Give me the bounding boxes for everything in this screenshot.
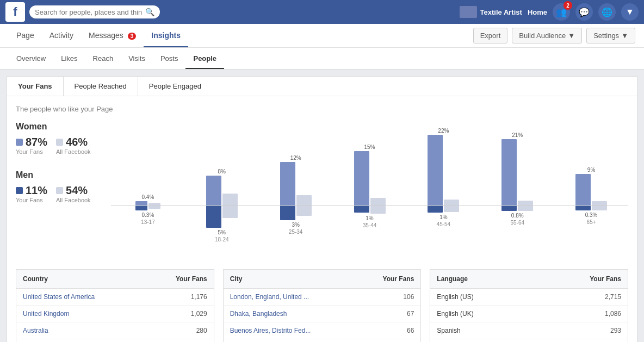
tab-visits[interactable]: Visits <box>121 49 153 69</box>
table-row: French (France) 161 <box>430 339 628 343</box>
language-fans-header: Your Fans <box>543 270 628 289</box>
chevron-down-icon: ▼ <box>621 32 628 40</box>
subtab-people-reached[interactable]: People Reached <box>64 77 138 96</box>
men-col-1824: 5% 18-24 <box>185 206 259 242</box>
city-cell[interactable]: Tehran, Iran <box>224 339 357 343</box>
women-fans-stat: 87% Your Fans <box>16 136 47 155</box>
city-table: City Your Fans London, England, United .… <box>223 269 422 342</box>
city-cell[interactable]: London, England, United ... <box>224 289 357 306</box>
tab-posts[interactable]: Posts <box>153 49 186 69</box>
main-content: Your Fans People Reached People Engaged … <box>0 70 644 342</box>
fans-cell: 66 <box>357 322 421 339</box>
chart-area: Women 87% Your Fans <box>16 122 628 260</box>
w-top-1317: 0.4% <box>142 194 154 200</box>
age-label-3544: 35-44 <box>363 222 377 228</box>
page-thumbnail[interactable]: Textile Artist <box>460 6 522 18</box>
country-cell[interactable]: Australia <box>16 322 146 339</box>
chevron-down-icon: ▼ <box>626 7 634 17</box>
tab-page[interactable]: Page <box>9 24 42 47</box>
chart-legend: Women 87% Your Fans <box>16 122 111 260</box>
fans-cell: 1,029 <box>146 306 214 322</box>
settings-button[interactable]: Settings ▼ <box>586 28 635 43</box>
fans-cell: 1,176 <box>146 289 214 306</box>
m-fan-bar-4554 <box>428 206 443 213</box>
chart-panel: The people who like your Page Women 87% <box>7 96 637 342</box>
table-row: Dhaka, Bangladesh 67 <box>224 306 421 322</box>
w-all-bar-2534 <box>296 195 312 206</box>
w-fan-bar-3544 <box>354 151 369 206</box>
fans-cell: 1,086 <box>543 306 628 322</box>
tab-overview[interactable]: Overview <box>9 49 53 69</box>
age-col-2534: 12% <box>259 122 333 206</box>
country-cell[interactable]: United States of America <box>16 289 146 306</box>
m-bot-1317: 0.3% <box>142 212 154 218</box>
women-all-stat: 46% All Facebook <box>56 136 91 155</box>
country-fans-header: Your Fans <box>146 270 214 289</box>
build-audience-button[interactable]: Build Audience ▼ <box>512 28 582 43</box>
city-cell[interactable]: Buenos Aires, Distrito Fed... <box>224 322 357 339</box>
age-label-1317: 13-17 <box>141 219 155 225</box>
w-fan-bar-2534 <box>280 162 295 206</box>
tab-likes[interactable]: Likes <box>53 49 85 69</box>
chevron-down-icon: ▼ <box>568 32 575 40</box>
m-bot-65plus: 0.3% <box>585 212 598 218</box>
m-fan-bar-1824 <box>206 206 221 228</box>
age-label-4554: 45-54 <box>437 221 451 227</box>
m-all-bar-1317 <box>148 206 160 209</box>
age-label-2534: 25-34 <box>289 229 303 235</box>
search-icon: 🔍 <box>145 8 154 16</box>
language-table: Language Your Fans English (US) 2,715 En… <box>430 269 628 342</box>
country-cell[interactable]: Canada <box>16 339 146 343</box>
m-bot-5564: 0.8% <box>511 213 524 219</box>
m-bot-1824: 5% <box>218 229 226 235</box>
friends-icon-button[interactable]: 👥 2 <box>553 3 570 21</box>
tab-activity[interactable]: Activity <box>42 24 81 47</box>
m-all-bar-4554 <box>444 206 459 212</box>
age-label-5564: 55-64 <box>510 220 524 226</box>
women-all-color <box>56 139 63 146</box>
tab-messages[interactable]: Messages 3 <box>81 24 144 47</box>
age-label-1824: 18-24 <box>215 237 229 242</box>
table-row: English (US) 2,715 <box>430 289 628 306</box>
fans-cell: 252 <box>146 339 214 343</box>
w-top-5564: 21% <box>512 132 523 138</box>
table-row: English (UK) 1,086 <box>430 306 628 322</box>
messages-icon-button[interactable]: 💬 <box>575 3 593 21</box>
fans-cell: 65 <box>357 339 421 343</box>
tab-insights[interactable]: Insights <box>144 24 188 47</box>
m-bot-2534: 3% <box>292 222 299 228</box>
tab-people[interactable]: People <box>185 49 224 69</box>
table-row: Canada 252 <box>16 339 214 343</box>
chart-subtitle: The people who like your Page <box>16 105 628 113</box>
export-button[interactable]: Export <box>473 28 508 43</box>
w-fan-bar-65plus <box>575 174 591 206</box>
women-fans-label: Your Fans <box>16 148 47 155</box>
country-cell[interactable]: United Kingdom <box>16 306 146 322</box>
age-col-65plus: 9% <box>554 122 628 206</box>
women-all-label: All Facebook <box>56 148 91 155</box>
tab-reach[interactable]: Reach <box>85 49 121 69</box>
city-fans-header: Your Fans <box>357 270 421 289</box>
messages-badge: 3 <box>128 33 137 40</box>
search-input[interactable] <box>35 8 142 16</box>
m-all-bar-2534 <box>296 206 312 216</box>
men-col-5564: 0.8% 55-64 <box>480 206 554 226</box>
home-link[interactable]: Home <box>528 8 547 16</box>
men-fans-pct: 11% <box>26 184 47 197</box>
fans-cell: 280 <box>146 322 214 339</box>
subtab-people-engaged[interactable]: People Engaged <box>138 77 212 96</box>
fans-cell: 106 <box>357 289 421 306</box>
country-table: Country Your Fans United States of Ameri… <box>16 269 214 342</box>
table-row: Australia 280 <box>16 322 214 339</box>
table-row: London, England, United ... 106 <box>224 289 421 306</box>
men-section: Men 11% Your Fans <box>16 170 111 203</box>
women-all-pct: 46% <box>66 136 88 148</box>
globe-icon-button[interactable]: 🌐 <box>598 3 616 21</box>
city-cell[interactable]: Dhaka, Bangladesh <box>224 306 357 322</box>
search-bar[interactable]: 🔍 <box>29 5 160 18</box>
dropdown-icon-button[interactable]: ▼ <box>621 3 639 21</box>
w-fan-bar-1317 <box>135 201 147 206</box>
m-fan-bar-5564 <box>501 206 517 211</box>
subtab-your-fans[interactable]: Your Fans <box>7 77 64 96</box>
people-subtabs: Your Fans People Reached People Engaged <box>7 76 637 96</box>
